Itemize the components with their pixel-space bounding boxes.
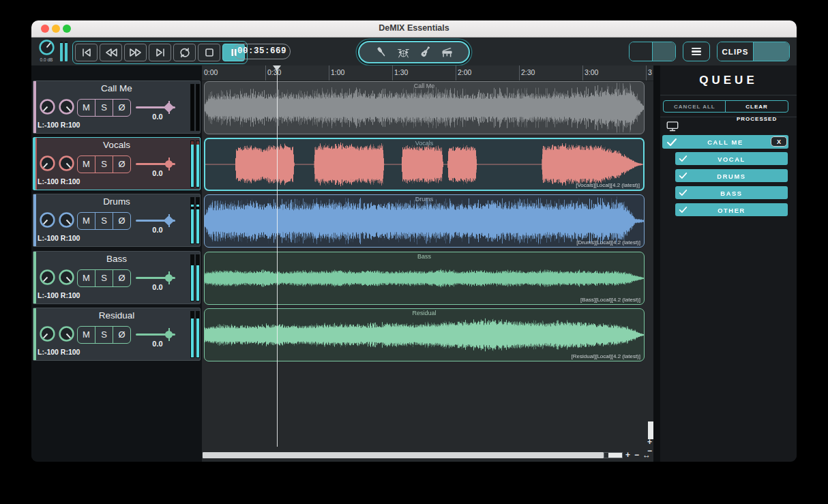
slider-handle[interactable] bbox=[165, 160, 173, 168]
menu-button[interactable] bbox=[683, 42, 710, 61]
processing-target-toggle bbox=[629, 42, 676, 61]
pan-right-knob[interactable] bbox=[58, 269, 75, 288]
queue-subitem[interactable]: DRUMS bbox=[675, 169, 788, 182]
pan-left-knob[interactable] bbox=[39, 155, 56, 175]
pan-left-knob[interactable] bbox=[39, 325, 56, 345]
ruler-tick-label: 0:00 bbox=[204, 68, 218, 76]
track-level-meter bbox=[190, 84, 194, 131]
queue-item-remove-button[interactable]: X bbox=[771, 136, 787, 147]
phase-button[interactable]: Ø bbox=[113, 270, 130, 286]
phase-button[interactable]: Ø bbox=[113, 156, 130, 173]
solo-button[interactable]: S bbox=[95, 327, 113, 343]
gain-value-label: 0.0 dB bbox=[35, 57, 57, 62]
cloud-button[interactable] bbox=[630, 42, 652, 61]
clip-title: Call Me bbox=[205, 83, 644, 89]
mute-button[interactable]: M bbox=[78, 100, 95, 116]
solo-button[interactable]: S bbox=[95, 270, 113, 286]
waveform-canvas bbox=[205, 82, 644, 134]
clip-call-me[interactable]: Call Me bbox=[204, 81, 645, 134]
pan-right-knob[interactable] bbox=[58, 155, 75, 175]
loop-button[interactable] bbox=[173, 44, 196, 61]
slider-handle[interactable] bbox=[164, 102, 175, 113]
phase-button[interactable]: Ø bbox=[113, 213, 130, 229]
ruler-tick-label: 2:30 bbox=[521, 68, 535, 76]
local-computer-button[interactable] bbox=[652, 42, 675, 61]
track-level-meter bbox=[190, 311, 194, 358]
queue-subitem[interactable]: VOCAL bbox=[675, 152, 788, 165]
queue-item[interactable]: CALL MEX bbox=[662, 135, 788, 149]
pan-right-knob[interactable] bbox=[58, 325, 75, 345]
scroll-range-box[interactable] bbox=[604, 452, 623, 458]
clip-version-label: [Residual][Local][4.2 (latest)] bbox=[572, 353, 640, 359]
track-header-residual[interactable]: ResidualMSØ0.0L:-100 R:100 bbox=[33, 308, 201, 361]
playhead-marker[interactable] bbox=[273, 65, 281, 71]
clip-vocals[interactable]: Vocals[Vocals][Local][4.2 (latest)] bbox=[204, 138, 645, 191]
computer-icon bbox=[666, 121, 679, 132]
guitar-icon bbox=[418, 46, 432, 59]
clear-processed-button[interactable]: CLEAR PROCESSED bbox=[725, 100, 788, 113]
pan-right-knob[interactable] bbox=[58, 211, 75, 231]
queue-subitem[interactable]: BASS bbox=[675, 186, 788, 199]
phase-button[interactable]: Ø bbox=[113, 327, 130, 343]
clips-button[interactable]: CLIPS bbox=[718, 42, 753, 61]
ruler-tick-label: 1:00 bbox=[331, 68, 344, 76]
fast-forward-button[interactable] bbox=[124, 44, 147, 61]
track-header-vocals[interactable]: VocalsMSØ0.0L:-100 R:100 bbox=[33, 137, 201, 190]
slider-handle[interactable] bbox=[165, 274, 173, 282]
track-title: Call Me bbox=[33, 83, 200, 93]
zoom-out-button[interactable]: − bbox=[634, 451, 639, 459]
clip-title: Drums bbox=[205, 196, 644, 203]
title-bar: DeMIX Essentials bbox=[31, 20, 797, 38]
skip-end-button[interactable] bbox=[149, 44, 171, 61]
solo-button[interactable]: S bbox=[95, 213, 113, 229]
app-window: DeMIX Essentials 0.0 dB 00:35:669 CLIPS bbox=[31, 20, 797, 462]
track-title: Residual bbox=[33, 310, 200, 321]
track-header-bass[interactable]: BassMSØ0.0L:-100 R:100 bbox=[33, 251, 201, 304]
slider-handle[interactable] bbox=[165, 331, 173, 338]
clip-residual[interactable]: Residual[Residual][Local][4.2 (latest)] bbox=[204, 308, 645, 361]
track-level-meter bbox=[190, 254, 194, 301]
pan-left-knob[interactable] bbox=[39, 211, 56, 231]
waveform-area: 0:000:301:001:302:002:303:003 Call MeVoc… bbox=[202, 65, 653, 462]
pan-left-knob[interactable] bbox=[39, 98, 56, 118]
skip-start-button[interactable] bbox=[75, 44, 98, 61]
track-title: Bass bbox=[33, 254, 200, 264]
rewind-button[interactable] bbox=[100, 44, 122, 61]
mute-button[interactable]: M bbox=[78, 270, 95, 286]
timeline-ruler[interactable]: 0:000:301:001:302:002:303:003 bbox=[202, 65, 653, 81]
horizontal-scrollbar[interactable] bbox=[203, 452, 604, 458]
track-level-meter bbox=[196, 84, 200, 131]
mute-button[interactable]: M bbox=[78, 213, 95, 229]
pan-left-knob[interactable] bbox=[39, 269, 56, 288]
solo-button[interactable]: S bbox=[95, 156, 113, 173]
queue-subitem[interactable]: OTHER bbox=[675, 203, 788, 216]
track-header-drums[interactable]: DrumsMSØ0.0L:-100 R:100 bbox=[33, 194, 201, 247]
mute-button[interactable]: M bbox=[78, 156, 95, 173]
track-header-call-me[interactable]: Call MeMSØ0.0L:-100 R:100 bbox=[33, 80, 201, 134]
pan-range-label: L:-100 R:100 bbox=[38, 121, 80, 129]
time-display[interactable]: 00:35:669 bbox=[233, 44, 291, 59]
slider-handle[interactable] bbox=[164, 216, 175, 226]
instrument-picker-button[interactable] bbox=[358, 41, 470, 63]
vertical-zoom-in-button[interactable]: + bbox=[647, 438, 652, 446]
mute-button[interactable]: M bbox=[78, 327, 95, 343]
piano-icon bbox=[440, 46, 454, 59]
ruler-tick-label: 3 bbox=[648, 68, 652, 76]
ruler-tick-label: 3:00 bbox=[585, 68, 598, 76]
phase-button[interactable]: Ø bbox=[113, 100, 130, 116]
search-button[interactable] bbox=[753, 42, 789, 61]
pan-right-knob[interactable] bbox=[58, 98, 75, 118]
track-level-meter bbox=[190, 140, 194, 188]
zoom-in-button[interactable]: + bbox=[625, 451, 630, 459]
cancel-all-button[interactable]: CANCEL ALL bbox=[663, 100, 726, 113]
vertical-zoom-out-button[interactable]: − bbox=[647, 447, 652, 455]
clip-bass[interactable]: Bass[Bass][Local][4.2 (latest)] bbox=[204, 252, 645, 305]
solo-button[interactable]: S bbox=[95, 100, 113, 116]
volume-value: 0.0 bbox=[136, 283, 179, 291]
master-gain-knob[interactable] bbox=[38, 46, 55, 58]
clip-drums[interactable]: Drums[Drums][Local][4.2 (latest)] bbox=[204, 194, 645, 248]
stop-button[interactable] bbox=[198, 44, 220, 61]
track-level-meter bbox=[196, 311, 200, 358]
pan-range-label: L:-100 R:100 bbox=[38, 234, 80, 242]
monitor-icon bbox=[666, 122, 679, 134]
